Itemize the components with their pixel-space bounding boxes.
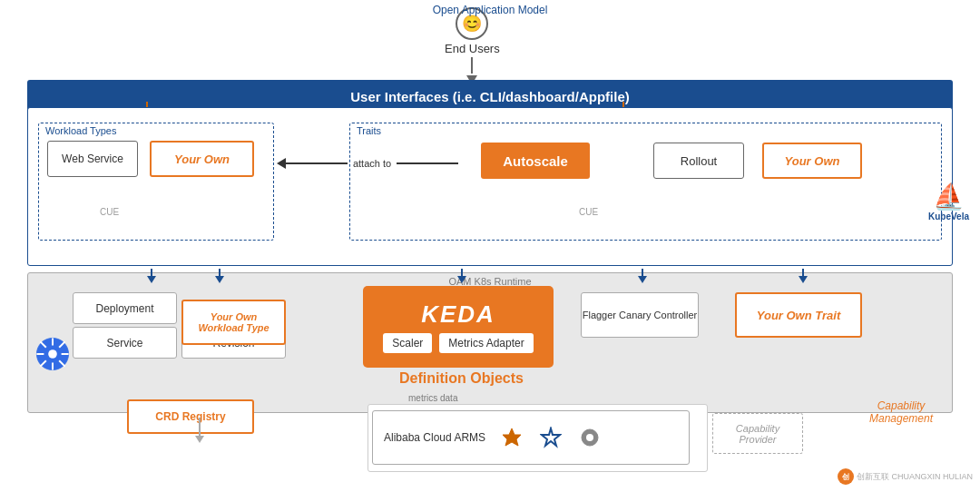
alibaba-icon-3 xyxy=(577,425,603,450)
your-own-traits-box: Your Own xyxy=(762,143,862,179)
svg-point-13 xyxy=(586,434,593,441)
k8s-logo xyxy=(34,336,71,372)
down-arrow-5 xyxy=(799,269,808,283)
svg-marker-11 xyxy=(542,428,560,446)
metrics-adapter-button: Metrics Adapter xyxy=(439,333,533,353)
down-arrow-4 xyxy=(638,269,647,283)
oam-label: Open Application Model xyxy=(433,4,548,16)
your-own-workload-box: Your Own xyxy=(150,141,254,177)
your-own-wt-line2: Workload Type xyxy=(198,322,269,333)
crd-registry-label: CRD Registry xyxy=(155,410,225,423)
flagger-label: Flagger Canary Controller xyxy=(583,310,698,320)
arrow-line xyxy=(471,57,473,74)
rollout-label: Rollout xyxy=(681,154,717,168)
scaler-button: Scaler xyxy=(383,333,432,353)
metrics-data-label: metrics data xyxy=(408,393,457,403)
your-own-trait-box: Your Own Trait xyxy=(735,292,862,338)
svg-marker-10 xyxy=(503,428,521,446)
scaler-label: Scaler xyxy=(392,337,423,349)
watermark-icon: 创 xyxy=(838,468,854,485)
alibaba-arms-label: Alibaba Cloud ARMS xyxy=(384,431,485,444)
kubevela-logo: ⛵ KubeVela xyxy=(928,182,969,221)
cap-mgmt-line1: Capability xyxy=(877,399,926,412)
end-users-label: End Users xyxy=(445,42,500,55)
your-own-workload-type-box: Your Own Workload Type xyxy=(181,300,286,345)
traits-box xyxy=(349,123,942,241)
cap-provider-line2: Provider xyxy=(740,434,777,445)
autoscale-box: Autoscale xyxy=(481,143,590,179)
svg-point-1 xyxy=(48,349,57,359)
capability-management-label: Capability Management xyxy=(860,399,942,425)
cue-workload-label: CUE xyxy=(100,207,119,217)
your-own-trait-label: Your Own Trait xyxy=(757,309,840,322)
workload-types-label: Workload Types xyxy=(45,125,116,136)
end-users-group: 😊 End Users xyxy=(445,7,500,84)
arrow-left-icon xyxy=(277,158,286,169)
cap-provider-line1: Capability xyxy=(736,423,779,434)
metrics-adapter-label: Metrics Adapter xyxy=(448,337,524,349)
kubevela-label: KubeVela xyxy=(928,212,969,221)
web-service-label: Web Service xyxy=(62,153,123,165)
rollout-box: Rollout xyxy=(653,143,744,179)
down-arrow-2 xyxy=(215,269,224,283)
service-box: Service xyxy=(73,327,177,359)
deployment-label: Deployment xyxy=(95,302,153,315)
your-own-wt-line1: Your Own xyxy=(211,311,258,322)
user-interfaces-label: User Interfaces (i.e. CLI/dashboard/Appf… xyxy=(350,89,630,104)
your-own-traits-label: Your Own xyxy=(785,154,840,168)
cap-mgmt-line2: Management xyxy=(869,412,933,425)
service-label: Service xyxy=(106,337,142,349)
deployment-box: Deployment xyxy=(73,292,177,324)
diagram-container: 😊 End Users User Interfaces (i.e. CLI/da… xyxy=(0,0,980,492)
alibaba-icon-1 xyxy=(499,425,524,450)
watermark-text: 创新互联 CHUANGXIN HULIAN xyxy=(857,471,973,483)
definition-objects-label: Definition Objects xyxy=(399,370,524,387)
watermark: 创 创新互联 CHUANGXIN HULIAN xyxy=(838,468,973,485)
keda-logo: KEDA xyxy=(421,300,495,329)
web-service-box: Web Service xyxy=(47,141,138,177)
alibaba-cloud-arms-box: Alibaba Cloud ARMS xyxy=(372,410,690,465)
your-own-workload-label: Your Own xyxy=(174,153,230,166)
traits-label: Traits xyxy=(357,125,381,136)
crd-arrow-up xyxy=(195,418,204,443)
down-arrow-1 xyxy=(147,269,156,283)
capability-provider-box: Capability Provider xyxy=(712,413,803,454)
alibaba-icon-2 xyxy=(538,425,564,450)
keda-box: KEDA Scaler Metrics Adapter xyxy=(363,286,554,368)
flagger-box: Flagger Canary Controller xyxy=(581,292,699,338)
down-arrow-3 xyxy=(457,269,466,283)
keda-inner: Scaler Metrics Adapter xyxy=(383,333,533,353)
sail-icon: ⛵ xyxy=(933,182,965,212)
autoscale-label: Autoscale xyxy=(503,153,568,169)
crd-registry-box: CRD Registry xyxy=(127,399,254,434)
